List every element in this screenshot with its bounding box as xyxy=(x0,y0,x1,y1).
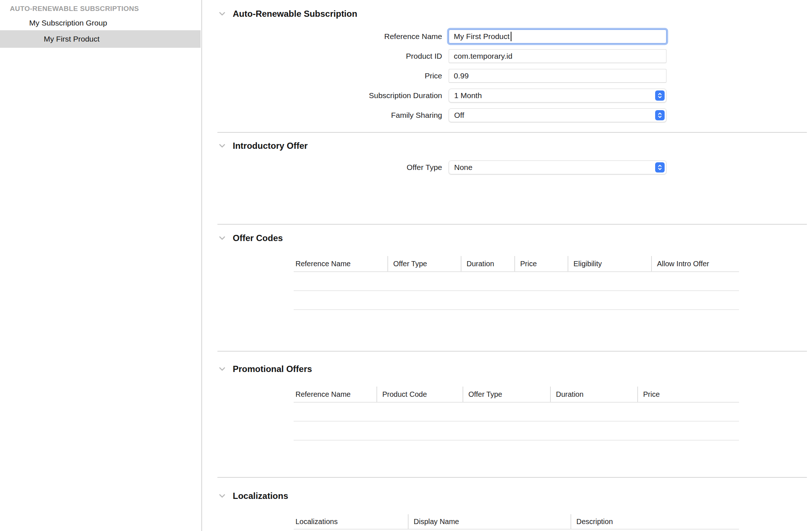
column-header: Price xyxy=(637,387,739,402)
section-title: Offer Codes xyxy=(233,233,283,243)
storekit-config-editor: AUTO-RENEWABLE SUBSCRIPTIONS My Subscrip… xyxy=(0,0,812,531)
table-row xyxy=(294,272,739,291)
offer-codes-table: Reference Name Offer Type Duration Price… xyxy=(294,256,739,310)
column-header: Display Name xyxy=(408,514,571,529)
section-title: Promotional Offers xyxy=(233,364,312,374)
price-input[interactable] xyxy=(449,69,666,83)
popup-stepper-icon xyxy=(655,162,665,173)
chevron-down-icon xyxy=(219,236,225,240)
subscription-duration-label: Subscription Duration xyxy=(202,89,442,102)
sidebar-item-label: My Subscription Group xyxy=(29,19,107,27)
column-header: Localizations xyxy=(294,514,408,529)
family-sharing-label: Family Sharing xyxy=(202,108,442,122)
section-title: Introductory Offer xyxy=(233,141,308,151)
section-divider xyxy=(217,351,807,352)
reference-name-control xyxy=(449,30,666,43)
disclosure-button[interactable] xyxy=(219,493,226,499)
subscription-duration-control: 1 Month xyxy=(449,89,666,102)
disclosure-button[interactable] xyxy=(219,367,226,372)
popup-stepper-icon xyxy=(655,110,665,120)
reference-name-label: Reference Name xyxy=(202,30,442,43)
promotional-offers-table: Reference Name Product Code Offer Type D… xyxy=(294,387,739,441)
sidebar-item-label: My First Product xyxy=(44,35,100,43)
product-id-label: Product ID xyxy=(202,49,442,63)
price-label: Price xyxy=(202,69,442,83)
family-sharing-control: Off xyxy=(449,108,666,122)
column-header: Offer Type xyxy=(463,387,550,402)
table-header-row: Localizations Display Name Description xyxy=(294,514,739,530)
disclosure-button[interactable] xyxy=(219,11,226,16)
chevron-down-icon xyxy=(219,144,225,148)
family-sharing-row: Family Sharing Off xyxy=(202,108,812,122)
offer-type-popup[interactable]: None xyxy=(449,160,666,174)
column-header: Offer Type xyxy=(387,256,461,271)
sidebar: AUTO-RENEWABLE SUBSCRIPTIONS My Subscrip… xyxy=(0,0,202,531)
offer-type-label: Offer Type xyxy=(202,160,442,174)
table-row xyxy=(294,403,739,422)
section-title: Auto-Renewable Subscription xyxy=(233,9,357,19)
section-divider xyxy=(217,224,807,225)
column-header: Eligibility xyxy=(568,256,651,271)
column-header: Duration xyxy=(461,256,514,271)
price-control xyxy=(449,69,666,83)
column-header: Reference Name xyxy=(294,387,376,402)
section-header-offer-codes: Offer Codes xyxy=(219,232,283,244)
column-header: Product Code xyxy=(376,387,463,402)
promotional-offers-actions xyxy=(293,464,303,477)
section-title: Localizations xyxy=(233,491,288,501)
section-header-promotional-offers: Promotional Offers xyxy=(219,363,312,375)
editor-content: Auto-Renewable Subscription Reference Na… xyxy=(202,0,812,531)
disclosure-button[interactable] xyxy=(219,236,226,241)
subscription-duration-popup[interactable]: 1 Month xyxy=(449,89,666,102)
table-row xyxy=(294,291,739,310)
popup-stepper-icon xyxy=(655,90,665,101)
chevron-down-icon xyxy=(219,12,225,16)
chevron-down-icon xyxy=(219,367,225,371)
sidebar-footer xyxy=(3,514,11,529)
family-sharing-popup[interactable]: Off xyxy=(449,108,666,122)
product-id-control xyxy=(449,49,666,63)
table-header-row: Reference Name Product Code Offer Type D… xyxy=(294,387,739,403)
sidebar-item-subscription-group[interactable]: My Subscription Group xyxy=(0,14,201,32)
sidebar-group-header: AUTO-RENEWABLE SUBSCRIPTIONS xyxy=(10,5,198,13)
text-caret xyxy=(511,32,511,41)
table-row xyxy=(294,422,739,441)
disclosure-button[interactable] xyxy=(219,143,226,148)
column-header: Description xyxy=(571,514,739,529)
section-header-localizations: Localizations xyxy=(219,490,288,502)
section-divider xyxy=(217,132,807,133)
subscription-duration-row: Subscription Duration 1 Month xyxy=(202,89,812,102)
offer-type-control: None xyxy=(449,160,666,174)
offer-codes-actions xyxy=(293,333,303,346)
reference-name-row: Reference Name xyxy=(202,30,812,43)
column-header: Duration xyxy=(550,387,637,402)
product-id-input[interactable] xyxy=(449,49,666,63)
product-id-row: Product ID xyxy=(202,49,812,63)
section-header-introductory-offer: Introductory Offer xyxy=(219,140,308,152)
table-header-row: Reference Name Offer Type Duration Price… xyxy=(294,256,739,272)
chevron-down-icon xyxy=(219,494,225,498)
column-header: Price xyxy=(514,256,568,271)
section-header-subscription: Auto-Renewable Subscription xyxy=(219,8,357,20)
column-header: Reference Name xyxy=(294,256,387,271)
section-divider xyxy=(217,477,807,478)
localizations-table: Localizations Display Name Description xyxy=(294,514,739,530)
sidebar-item-first-product[interactable]: My First Product xyxy=(0,30,201,48)
column-header: Allow Intro Offer xyxy=(651,256,739,271)
offer-type-row: Offer Type None xyxy=(202,160,812,174)
price-row: Price xyxy=(202,69,812,83)
reference-name-input[interactable] xyxy=(449,30,666,43)
